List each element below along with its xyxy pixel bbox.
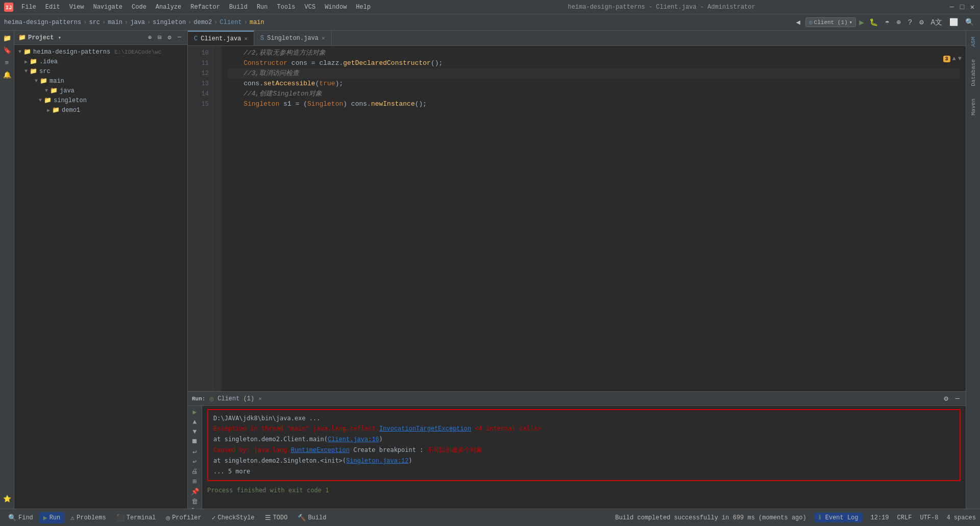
warning-up-icon[interactable]: ▲ [952, 55, 956, 62]
tree-item-demo1[interactable]: ▶ 📁 demo1 [14, 105, 187, 115]
minimize-button[interactable]: ─ [948, 4, 955, 11]
run-toolbar-more[interactable]: ⊞ [189, 477, 201, 486]
bottom-problems-tool[interactable]: ⚠ Problems [66, 512, 110, 523]
menu-code[interactable]: Code [128, 3, 151, 12]
run-tab-name[interactable]: Client (1) [217, 395, 254, 402]
menu-window[interactable]: Window [321, 3, 351, 12]
run-toolbar-pin[interactable]: 📌 [189, 488, 201, 496]
tab-singleton-java[interactable]: S Singleton.java ✕ [254, 31, 332, 45]
tree-item-idea[interactable]: ▶ 📁 .idea [14, 57, 187, 66]
locate-file-button[interactable]: ⊕ [146, 33, 154, 42]
sidebar-favorites-icon[interactable]: ⭐ [2, 493, 13, 505]
code-line-11: Constructor cons = clazz. getDeclaredCon… [228, 58, 960, 68]
tree-item-main[interactable]: ▼ 📁 main [14, 76, 187, 86]
tree-item-singleton[interactable]: ▼ 📁 singleton [14, 95, 187, 105]
search-everywhere-button[interactable]: 🔍 [963, 17, 976, 28]
menu-run[interactable]: Run [253, 3, 272, 12]
bottom-terminal-tool[interactable]: ⬛ Terminal [112, 512, 160, 523]
run-settings-icon[interactable]: ⚙ [942, 393, 950, 404]
breadcrumb-project[interactable]: heima-design-patterns [4, 19, 81, 26]
sidebar-bookmark-icon[interactable]: 🔖 [2, 45, 13, 56]
debug-button[interactable]: 🐛 [867, 17, 880, 28]
line-sep-display[interactable]: CRLF [897, 514, 912, 521]
breadcrumb-demo2[interactable]: demo2 [193, 19, 212, 26]
tree-item-src[interactable]: ▼ 📁 src [14, 66, 187, 76]
runtime-exception-link[interactable]: RuntimeException [291, 447, 350, 454]
maximize-button[interactable]: □ [959, 4, 966, 11]
collapse-all-button[interactable]: ⊟ [156, 33, 163, 42]
tree-arrow-src: ▼ [24, 68, 28, 74]
profile-button[interactable]: ⊕ [894, 17, 902, 28]
sidebar-asm-label[interactable]: ASM [969, 33, 977, 51]
code-15b: s1 = ( [283, 99, 307, 109]
bottom-find-tool[interactable]: 🔍 Find [4, 512, 37, 523]
code-content[interactable]: //2,获取无参构造方法对象 Constructor cons = clazz.… [222, 46, 966, 391]
event-log-btn[interactable]: ℹ Event Log [815, 513, 863, 522]
tab-singleton-close[interactable]: ✕ [322, 35, 325, 41]
bottom-run-tool[interactable]: ▶ Run [39, 512, 64, 523]
tab-client-close[interactable]: ✕ [244, 35, 248, 42]
warning-down-icon[interactable]: ▼ [958, 55, 962, 62]
run-again-button[interactable]: ▶ [189, 408, 201, 416]
close-button[interactable]: ✕ [969, 4, 976, 11]
root-folder-icon: 📁 [23, 48, 31, 56]
bottom-todo-tool[interactable]: ☰ TODO [261, 512, 292, 523]
scroll-up-button[interactable]: ▲ [189, 418, 201, 426]
client-link[interactable]: Client.java:16 [328, 436, 379, 443]
run-tab-close[interactable]: ✕ [258, 395, 262, 402]
breadcrumb-main[interactable]: main [108, 19, 122, 26]
panel-settings-button[interactable]: ⚙ [166, 33, 174, 42]
menu-vcs[interactable]: VCS [301, 3, 320, 12]
exception-link[interactable]: InvocationTargetException [379, 425, 471, 433]
run-toolbar-softwrap[interactable]: ↩ [189, 458, 201, 466]
bottom-profiler-tool[interactable]: ◎ Profiler [162, 512, 205, 523]
breadcrumb-src[interactable]: src [89, 19, 100, 26]
translate-button[interactable]: A文 [929, 17, 944, 28]
sidebar-notification-icon[interactable]: 🔔 [2, 69, 13, 81]
code-editor[interactable]: 10 11 12 13 14 15 //2,获取无参构造方法对象 [188, 46, 966, 391]
run-toolbar-trash[interactable]: 🗑 [189, 498, 201, 506]
tree-item-java[interactable]: ▼ 📁 java [14, 86, 187, 95]
menu-file[interactable]: File [17, 3, 40, 12]
expand-button[interactable]: ⬜ [947, 17, 960, 28]
run-minimize-icon[interactable]: — [953, 393, 962, 404]
coverage-button[interactable]: ☂ [883, 17, 891, 28]
run-toolbar-print[interactable]: 🖨 [189, 468, 201, 475]
code-line-10: //2,获取无参构造方法对象 [228, 48, 960, 58]
sidebar-project-icon[interactable]: 📁 [2, 33, 13, 44]
bottom-checkstyle-tool[interactable]: ✓ CheckStyle [208, 512, 259, 523]
run-toolbar-wrap[interactable]: ↵ [189, 447, 201, 456]
singleton-link[interactable]: Singleton.java:12 [346, 458, 408, 465]
hide-panel-button[interactable]: — [176, 33, 183, 42]
breadcrumb-java[interactable]: java [130, 19, 145, 26]
sidebar-structure-icon[interactable]: ≡ [2, 57, 13, 68]
menu-navigate[interactable]: Navigate [89, 3, 127, 12]
menu-edit[interactable]: Edit [41, 3, 64, 12]
indent-display[interactable]: 4 spaces [946, 514, 976, 521]
scroll-down-button[interactable]: ▼ [189, 428, 201, 436]
breadcrumb-method[interactable]: main [250, 19, 264, 26]
run-config-selector[interactable]: ◎ Client (1) ▾ [805, 17, 856, 27]
stop-run-button[interactable]: ⏹ [189, 438, 201, 445]
menu-view[interactable]: View [65, 3, 88, 12]
settings-button[interactable]: ⚙ [917, 17, 925, 28]
menu-build[interactable]: Build [225, 3, 252, 12]
menu-tools[interactable]: Tools [273, 3, 300, 12]
tab-client-java[interactable]: C Client.java ✕ [188, 31, 254, 45]
project-panel-dropdown-icon[interactable]: ▾ [58, 34, 61, 41]
encoding-display[interactable]: UTF-8 [920, 514, 938, 521]
help-button[interactable]: ? [906, 17, 914, 28]
tree-item-root[interactable]: ▼ 📁 heima-design-patterns E:\IDEACode\wc [14, 47, 187, 57]
breadcrumb-class[interactable]: Client [220, 19, 242, 26]
menu-analyze[interactable]: Analyze [152, 3, 185, 12]
tree-arrow-java: ▼ [45, 88, 48, 93]
sidebar-maven-label[interactable]: Maven [969, 94, 977, 119]
back-button[interactable]: ◀ [794, 17, 802, 28]
sidebar-database-label[interactable]: Database [969, 55, 977, 90]
run-button[interactable]: ▶ [859, 17, 864, 28]
menu-help[interactable]: Help [352, 3, 375, 12]
menu-refactor[interactable]: Refactor [186, 3, 224, 12]
main-folder-icon: 📁 [40, 77, 47, 85]
breadcrumb-singleton[interactable]: singleton [153, 19, 186, 26]
bottom-build-tool[interactable]: 🔨 Build [293, 512, 330, 523]
